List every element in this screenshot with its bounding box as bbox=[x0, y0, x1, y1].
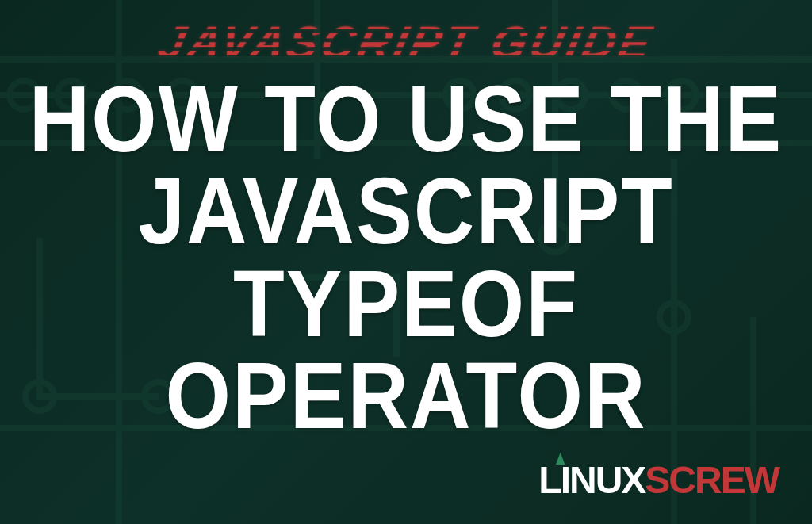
guide-subtitle: JAVASCRIPT GUIDE bbox=[154, 16, 659, 69]
title-line-2: JAVASCRIPT TYPEOF bbox=[0, 165, 812, 350]
linuxscrew-logo: ▲ LINUX SCREW bbox=[538, 458, 779, 502]
logo-screw-text: SCREW bbox=[645, 458, 779, 502]
title-line-1: HOW TO USE THE bbox=[0, 73, 812, 165]
tree-icon: ▲ bbox=[553, 446, 567, 470]
content-container: JAVASCRIPT GUIDE HOW TO USE THE JAVASCRI… bbox=[0, 0, 812, 524]
logo-linux-text: ▲ LINUX bbox=[538, 458, 645, 502]
title-line-3: OPERATOR bbox=[0, 350, 812, 442]
main-title: HOW TO USE THE JAVASCRIPT TYPEOF OPERATO… bbox=[0, 73, 812, 442]
